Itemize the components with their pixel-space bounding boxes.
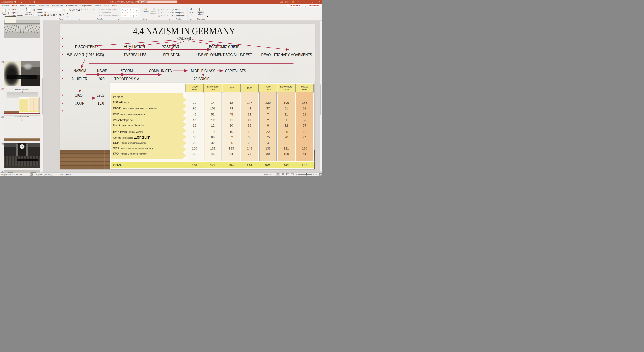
shape-icon-15[interactable]: { bbox=[129, 14, 132, 17]
diagram-nswp[interactable]: NSWP bbox=[97, 69, 107, 73]
shapes-gallery[interactable]: A╲↘□○▢△∟↳➔↓⌂∿◠∼{}☆ bbox=[121, 8, 138, 17]
restore-button[interactable] bbox=[310, 0, 314, 4]
zoom-slider-track[interactable] bbox=[298, 174, 312, 175]
diagram-hitler[interactable]: A. HITLER bbox=[72, 77, 87, 81]
reading-view-button[interactable] bbox=[286, 173, 290, 176]
clear-formatting-button[interactable]: A⌫ bbox=[76, 8, 79, 11]
replace-button[interactable]: ⇆Reemplazar▾ bbox=[172, 11, 185, 14]
shape-icon-1[interactable]: ╲ bbox=[124, 8, 126, 11]
diagram-economic-crisis[interactable]: ECONOMIC CRISIS bbox=[209, 44, 239, 49]
slide-sorter-view-button[interactable] bbox=[281, 173, 285, 176]
tab-revisar[interactable]: Revisar bbox=[93, 4, 103, 7]
diagram-capitalists[interactable]: CAPITALISTS bbox=[225, 69, 246, 73]
diagram-1920[interactable]: 1920 bbox=[97, 77, 104, 81]
diagram-storm[interactable]: STORM bbox=[121, 69, 133, 73]
font-name-combobox[interactable]: ▾ bbox=[44, 8, 63, 11]
tab-ayuda[interactable]: Ayuda bbox=[110, 4, 118, 7]
close-button[interactable]: × bbox=[317, 0, 321, 4]
character-spacing-button[interactable]: A⇔V bbox=[56, 14, 58, 16]
language-indicator[interactable]: Español (España) bbox=[36, 173, 52, 176]
shape-icon-4[interactable]: ○ bbox=[132, 8, 135, 11]
drawing-dialog-launcher[interactable]: ◢ bbox=[168, 18, 170, 20]
zoom-slider-thumb[interactable] bbox=[306, 173, 307, 175]
fit-to-window-button[interactable] bbox=[319, 173, 322, 176]
italic-button[interactable]: K bbox=[47, 14, 50, 16]
zentrum-annotation[interactable]: Zentrum bbox=[134, 135, 151, 140]
minimize-button[interactable] bbox=[304, 0, 308, 4]
shape-icon-9[interactable]: ➔ bbox=[129, 11, 132, 14]
shape-icon-5[interactable]: ▢ bbox=[135, 8, 138, 11]
diagram-29-crisis[interactable]: 29 CRISIS bbox=[194, 77, 209, 81]
diagram-coup[interactable]: COUP bbox=[75, 101, 84, 106]
diagram-versailles[interactable]: T.VERSAILLES bbox=[124, 53, 146, 57]
cut-button[interactable]: ✂Cortar bbox=[8, 8, 16, 11]
numbering-button[interactable] bbox=[86, 8, 86, 10]
tab-diseño[interactable]: Diseño bbox=[28, 4, 37, 7]
main-vertical-scrollbar[interactable]: ▲ ▲ ▼ ▼ bbox=[320, 21, 322, 172]
ribbon-display-options-button[interactable] bbox=[297, 0, 301, 4]
diagram-13-8[interactable]: 13.8 bbox=[98, 101, 104, 106]
tab-animaciones[interactable]: Animaciones bbox=[51, 4, 65, 7]
diagram-weimar[interactable]: WEIMAR R. (1918-1933) bbox=[67, 53, 104, 57]
slide-canvas[interactable]: 4.4 NAZISM IN GERMANY CAUSES DISCONTENT … bbox=[60, 24, 315, 169]
avatar[interactable]: LH bbox=[292, 0, 294, 3]
diagram-1923[interactable]: 1923 bbox=[75, 93, 82, 97]
thumbnail-slide-157[interactable]: MARCH 1933- COMPLETE CONT­ROL BY LAW. bbox=[4, 143, 40, 168]
bold-button[interactable]: N bbox=[44, 14, 46, 16]
diagram-post-war[interactable]: POST-WAR bbox=[162, 44, 179, 49]
diagram-situation[interactable]: SITUATION bbox=[163, 53, 180, 57]
shape-icon-14[interactable]: ∼ bbox=[126, 14, 129, 17]
diagram-unemployment[interactable]: UNEMPLOYMENT/SOCIAL UNREST bbox=[196, 53, 252, 57]
font-dialog-launcher[interactable]: ◢ bbox=[78, 18, 80, 20]
scrollbar-thumb[interactable] bbox=[42, 78, 43, 114]
shape-icon-8[interactable]: ↳ bbox=[126, 11, 129, 14]
scroll-down-icon[interactable]: ▼ bbox=[320, 170, 322, 172]
start-slideshow-icon[interactable] bbox=[32, 1, 34, 3]
scroll-down-icon[interactable]: ▼ bbox=[41, 170, 43, 172]
share-button[interactable]: Compartir bbox=[287, 4, 302, 7]
accessibility-icon[interactable] bbox=[30, 173, 32, 176]
shape-icon-2[interactable]: ↘ bbox=[126, 8, 129, 11]
diagram-communists[interactable]: COMMUNISTS bbox=[149, 69, 172, 73]
zoom-out-button[interactable]: − bbox=[296, 173, 297, 176]
tab-vista[interactable]: Vista bbox=[103, 4, 110, 7]
diagram-nazism[interactable]: NAZISM bbox=[74, 69, 86, 73]
shape-icon-17[interactable]: ☆ bbox=[135, 14, 138, 17]
previous-slide-icon[interactable]: ▲ bbox=[320, 166, 322, 168]
scrollbar-thumb[interactable] bbox=[320, 84, 321, 115]
layout-button[interactable]: Diseño▾ bbox=[34, 8, 43, 11]
text-highlight-button[interactable]: ✏ bbox=[62, 13, 65, 16]
shape-icon-0[interactable]: A bbox=[121, 9, 124, 11]
bullets-button[interactable] bbox=[82, 8, 82, 10]
shape-icon-13[interactable]: ◠ bbox=[124, 14, 126, 17]
select-button[interactable]: ↖Seleccionar▾ bbox=[172, 14, 185, 17]
shape-icon-12[interactable]: ∿ bbox=[121, 14, 124, 17]
customize-toolbar-icon[interactable]: ▾ bbox=[36, 1, 38, 3]
scroll-up-icon[interactable]: ▲ bbox=[41, 21, 43, 22]
thumbnail-slide-153[interactable] bbox=[4, 16, 40, 38]
user-name[interactable]: Luis Horrillo bbox=[280, 1, 290, 3]
slide-counter[interactable]: Diapositiva 155 de 339 bbox=[1, 173, 22, 176]
diagram-causes[interactable]: CAUSES bbox=[177, 36, 191, 41]
shapes-gallery-scrollbar[interactable]: ▴▾▾ bbox=[138, 8, 140, 18]
thumbnail-slide-154[interactable]: HITLER BLAMED COMMUNISTS FOR BURNING THE… bbox=[4, 61, 40, 86]
slideshow-view-button[interactable] bbox=[290, 173, 294, 176]
change-case-button[interactable]: Aa▾ bbox=[59, 14, 62, 16]
shape-icon-3[interactable]: □ bbox=[129, 8, 132, 11]
font-size-combobox[interactable]: 32▾ bbox=[62, 8, 69, 11]
autosave-toggle[interactable] bbox=[14, 1, 19, 3]
thumbnail-panel-scrollbar[interactable]: ▲ ▼ bbox=[41, 21, 43, 172]
tab-inicio[interactable]: Inicio bbox=[10, 4, 18, 7]
zoom-in-button[interactable]: + bbox=[312, 173, 314, 176]
election-results-table[interactable]: Mayo1924Diciembre192419281930Julio1932No… bbox=[110, 83, 314, 169]
slide-title[interactable]: 4.4 NAZISM IN GERMANY bbox=[133, 25, 235, 37]
shape-icon-7[interactable]: ∟ bbox=[124, 11, 126, 14]
copy-button[interactable]: Copiar▾ bbox=[8, 11, 18, 14]
diagram-1932[interactable]: 1932 bbox=[97, 93, 104, 97]
diagram-discontent[interactable]: DISCONTENT bbox=[75, 44, 97, 49]
tab-presentación-con-diapositivas[interactable]: Presentación con diapositivas bbox=[65, 4, 93, 7]
comments-button[interactable]: Comentarios bbox=[304, 4, 321, 7]
tab-transiciones[interactable]: Transiciones bbox=[37, 4, 51, 7]
underline-button[interactable]: S bbox=[50, 14, 52, 16]
thumbnail-slide-155-selected[interactable]: 4.4 NAZISM IN GERMANY bbox=[4, 88, 40, 114]
